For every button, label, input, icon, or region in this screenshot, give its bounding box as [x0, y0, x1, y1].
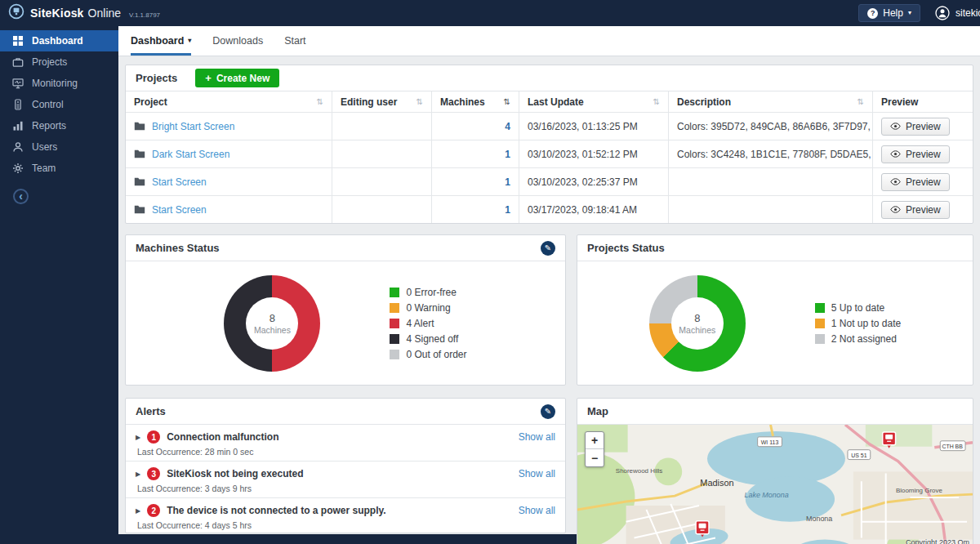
sort-icon[interactable]: ⇅ [858, 97, 864, 106]
svg-text:CTH BB: CTH BB [942, 444, 963, 449]
help-button[interactable]: ? Help ▾ [858, 4, 920, 22]
projects-status-legend: 5 Up to date 1 Not up to date 2 Not assi… [815, 302, 901, 345]
column-header-description[interactable]: Description ⇅ [669, 91, 873, 112]
column-header-preview: Preview [873, 91, 973, 112]
version-label: V.1.1.8797 [129, 11, 160, 23]
machines-count: 1 [505, 149, 510, 160]
user-menu[interactable]: sitekiosk [935, 6, 980, 20]
map-tiles: Shorewood Hills Madison Lake Monona Mono… [577, 425, 973, 544]
project-link[interactable]: Bright Start Screen [152, 121, 234, 132]
tab-dashboard[interactable]: Dashboard ▾ [131, 26, 191, 56]
eye-icon [890, 176, 901, 188]
sort-icon[interactable]: ⇅ [504, 97, 510, 106]
brand-name: SiteKiosk [30, 7, 84, 20]
table-row: Dark Start Screen 1 03/10/2023, 01:52:12… [126, 140, 973, 168]
sidebar-item-label: Dashboard [32, 35, 83, 47]
bottom-row: Alerts ✎ ▶ 1 Connection malfunction Show… [125, 398, 973, 544]
sort-icon[interactable]: ⇅ [653, 97, 660, 106]
expand-caret-icon[interactable]: ▶ [136, 470, 140, 478]
machines-status-donut: 8 Machines [224, 275, 320, 372]
sidebar-item-reports[interactable]: Reports [0, 115, 118, 136]
map-canvas[interactable]: Shorewood Hills Madison Lake Monona Mono… [577, 425, 973, 544]
remote-control-icon [12, 99, 24, 110]
show-all-link[interactable]: Show all [519, 431, 555, 443]
preview-button[interactable]: Preview [881, 201, 950, 219]
alert-title: The device is not connected to a power s… [167, 505, 386, 516]
folder-icon [134, 149, 145, 158]
expand-caret-icon[interactable]: ▶ [136, 434, 140, 441]
svg-text:WI 113: WI 113 [761, 439, 779, 445]
sort-icon[interactable]: ⇅ [416, 97, 423, 106]
donut-center-value: 8 [270, 312, 275, 324]
dashboard-page: Projects + Create New Project ⇅ Editing … [118, 56, 980, 544]
project-link[interactable]: Start Screen [152, 204, 207, 216]
monitor-icon [12, 78, 24, 89]
preview-button[interactable]: Preview [881, 145, 950, 163]
legend-swatch [390, 319, 399, 328]
last-update-cell: 03/10/2023, 01:52:12 PM [519, 140, 669, 167]
chevron-down-icon: ▾ [188, 38, 191, 44]
column-header-last-update[interactable]: Last Update ⇅ [519, 91, 669, 112]
alerts-panel: Alerts ✎ ▶ 1 Connection malfunction Show… [125, 398, 566, 533]
preview-button[interactable]: Preview [881, 173, 950, 191]
preview-button[interactable]: Preview [881, 118, 950, 136]
map-label-madison: Madison [700, 478, 733, 488]
expand-caret-icon[interactable]: ▶ [136, 507, 140, 515]
project-cell: Dark Start Screen [126, 140, 332, 167]
project-link[interactable]: Dark Start Screen [152, 149, 229, 160]
legend-swatch [815, 334, 825, 344]
folder-icon [134, 122, 145, 131]
machines-status-header: Machines Status ✎ [126, 235, 565, 261]
edit-widget-button[interactable]: ✎ [541, 241, 555, 256]
projects-status-body: 8 Machines 5 Up to date 1 Not up to date… [577, 261, 973, 386]
alert-count-badge: 3 [147, 467, 160, 480]
panel-title: Map [587, 405, 608, 417]
column-header-editing-user[interactable]: Editing user ⇅ [332, 91, 432, 112]
legend-item: 0 Error-free [390, 287, 466, 298]
legend-item: 0 Out of order [390, 349, 466, 360]
sidebar-item-users[interactable]: Users [0, 136, 118, 158]
gear-icon [12, 163, 24, 174]
projects-status-donut: 8 Machines [649, 275, 746, 372]
create-new-button[interactable]: + Create New [195, 69, 279, 87]
machines-cell: 1 [432, 196, 519, 223]
sidebar-collapse-button[interactable]: ‹ [13, 189, 29, 204]
project-link[interactable]: Start Screen [152, 176, 207, 188]
sidebar-item-dashboard[interactable]: Dashboard [0, 30, 118, 51]
sidebar-item-control[interactable]: Control [0, 94, 118, 115]
sidebar-item-label: Team [32, 163, 56, 174]
tab-start[interactable]: Start [284, 26, 305, 56]
machines-cell: 1 [432, 140, 519, 167]
plus-icon: + [205, 73, 212, 83]
pencil-icon: ✎ [545, 243, 551, 252]
column-header-machines[interactable]: Machines ⇅ [432, 91, 519, 112]
sidebar-item-label: Reports [32, 120, 66, 132]
sidebar-item-label: Monitoring [32, 78, 78, 89]
legend-swatch [815, 303, 825, 313]
alert-count-badge: 2 [147, 504, 160, 517]
legend-swatch [390, 288, 399, 297]
route-shield: CTH BB [940, 441, 965, 451]
alert-last-occurrence: Last Occurrence: 3 days 9 hrs [137, 484, 555, 493]
show-all-link[interactable]: Show all [519, 468, 555, 479]
legend-item: 4 Alert [390, 318, 466, 329]
column-header-project[interactable]: Project ⇅ [126, 91, 332, 112]
topbar-right: ? Help ▾ sitekiosk [858, 4, 980, 22]
sidebar-item-monitoring[interactable]: Monitoring [0, 73, 118, 94]
user-icon [935, 6, 950, 20]
eye-icon [890, 149, 901, 160]
show-all-link[interactable]: Show all [519, 505, 555, 516]
zoom-in-button[interactable]: + [586, 432, 604, 449]
map-label-lake-monona: Lake Monona [745, 491, 789, 499]
zoom-out-button[interactable]: − [586, 449, 604, 466]
sidebar-item-team[interactable]: Team [0, 158, 118, 179]
project-cell: Start Screen [126, 168, 332, 195]
sidebar-item-projects[interactable]: Projects [0, 51, 118, 73]
edit-widget-button[interactable]: ✎ [541, 404, 555, 419]
eye-icon [890, 204, 901, 216]
sort-icon[interactable]: ⇅ [317, 97, 323, 106]
tab-downloads[interactable]: Downloads [212, 26, 263, 56]
donut-center-value: 8 [694, 312, 700, 324]
alert-last-occurrence: Last Occurrence: 28 min 0 sec [137, 447, 555, 457]
legend-item: 1 Not up to date [815, 318, 901, 329]
